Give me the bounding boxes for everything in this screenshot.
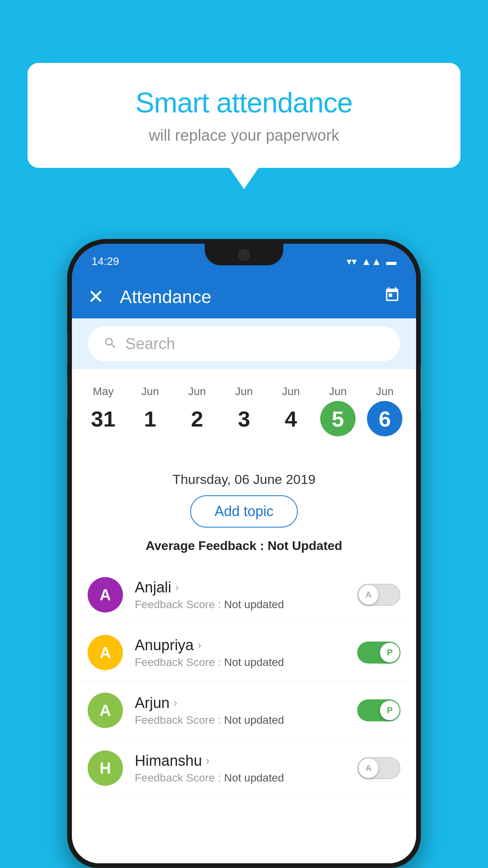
student-list: AAnjali ›Feedback Score : Not updatedAAA… (72, 566, 416, 863)
search-icon (103, 336, 117, 352)
student-avatar: H (88, 750, 123, 786)
calendar-day[interactable]: Jun3 (226, 385, 262, 436)
student-feedback: Feedback Score : Not updated (135, 714, 345, 726)
student-item[interactable]: AAnupriya ›Feedback Score : Not updatedP (72, 624, 416, 682)
calendar-day[interactable]: May31 (86, 385, 121, 436)
status-icons: ▾▾ ▲▲ ▬ (347, 252, 396, 268)
student-name: Anupriya › (135, 637, 345, 654)
attendance-toggle[interactable]: P (357, 699, 400, 721)
calendar-day[interactable]: Jun2 (180, 385, 215, 436)
student-feedback: Feedback Score : Not updated (135, 772, 345, 784)
speech-bubble-title: Smart attendance (59, 86, 429, 119)
phone-button-volume-up (67, 333, 68, 365)
wifi-icon: ▾▾ (347, 256, 357, 268)
calendar-day[interactable]: Jun5 (320, 385, 356, 436)
phone-button-power (420, 365, 421, 412)
speech-bubble-arrow (228, 166, 260, 189)
attendance-toggle[interactable]: A (357, 584, 400, 606)
attendance-toggle[interactable]: A (357, 757, 400, 779)
app-screen: 14:29 ▾▾ ▲▲ ▬ ✕ Attendance (72, 244, 416, 863)
average-feedback: Average Feedback : Not Updated (72, 535, 416, 557)
status-time: 14:29 (92, 251, 119, 268)
date-info: Thursday, 06 June 2019 (72, 464, 416, 491)
average-feedback-text: Average Feedback : Not Updated (146, 539, 342, 553)
student-name: Himanshu › (135, 752, 345, 769)
speech-bubble: Smart attendance will replace your paper… (28, 63, 460, 168)
speech-bubble-container: Smart attendance will replace your paper… (28, 63, 460, 168)
student-name: Anjali › (135, 579, 345, 596)
calendar-icon[interactable] (384, 287, 400, 307)
calendar-day[interactable]: Jun1 (132, 385, 168, 436)
close-button[interactable]: ✕ (88, 287, 104, 307)
phone-button-volume-down (67, 377, 68, 420)
student-name: Arjun › (135, 695, 345, 712)
add-topic-button[interactable]: Add topic (190, 495, 298, 528)
student-feedback: Feedback Score : Not updated (135, 656, 345, 669)
app-header: ✕ Attendance (72, 275, 416, 318)
search-bar[interactable]: Search (88, 326, 400, 361)
phone-frame: 14:29 ▾▾ ▲▲ ▬ ✕ Attendance (67, 239, 421, 868)
phone-inner: 14:29 ▾▾ ▲▲ ▬ ✕ Attendance (72, 244, 416, 863)
search-container: Search (72, 318, 416, 369)
search-input-placeholder: Search (125, 335, 175, 353)
header-title: Attendance (120, 286, 384, 307)
student-item[interactable]: AArjun ›Feedback Score : Not updatedP (72, 682, 416, 739)
selected-date-label: Thursday, 06 June 2019 (172, 472, 316, 487)
phone-camera (238, 249, 250, 261)
student-avatar: A (88, 635, 123, 670)
signal-icon: ▲▲ (361, 256, 382, 268)
calendar-strip: May31Jun1Jun2Jun3Jun4Jun5Jun6 (72, 373, 416, 444)
student-avatar: A (88, 693, 123, 728)
student-feedback: Feedback Score : Not updated (135, 598, 345, 611)
phone-notch (205, 244, 283, 265)
attendance-toggle[interactable]: P (357, 642, 400, 664)
speech-bubble-subtitle: will replace your paperwork (59, 127, 429, 144)
battery-icon: ▬ (386, 256, 396, 268)
student-avatar: A (88, 577, 123, 612)
student-item[interactable]: AAnjali ›Feedback Score : Not updatedA (72, 566, 416, 624)
calendar-day[interactable]: Jun6 (367, 385, 402, 436)
calendar-day[interactable]: Jun4 (273, 385, 308, 436)
student-item[interactable]: HHimanshu ›Feedback Score : Not updatedA (72, 739, 416, 797)
